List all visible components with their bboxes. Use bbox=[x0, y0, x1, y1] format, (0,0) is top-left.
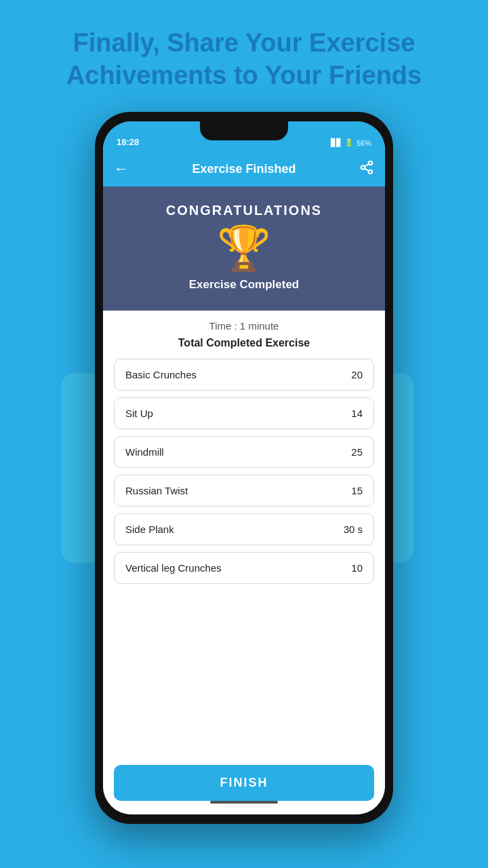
exercise-name: Sit Up bbox=[125, 408, 153, 419]
phone-screen: 18:28 ▊▊ 🔋 56% ← Exercise Finished bbox=[103, 121, 385, 814]
battery-icon: 🔋 bbox=[344, 138, 354, 147]
app-bar-title: Exercise Finished bbox=[136, 162, 352, 176]
exercise-count: 14 bbox=[351, 408, 363, 419]
exercise-completed-label: Exercise Completed bbox=[189, 278, 300, 292]
exercise-name: Russian Twist bbox=[125, 485, 188, 496]
content-area: CONGRATULATIONS 🏆 Exercise Completed Tim… bbox=[103, 186, 385, 814]
svg-line-4 bbox=[365, 163, 369, 166]
exercise-list: Basic Crunches20Sit Up14Windmill25Russia… bbox=[114, 359, 374, 754]
share-button[interactable] bbox=[352, 160, 374, 178]
exercise-item: Windmill25 bbox=[114, 436, 374, 468]
phone-home-bar bbox=[210, 801, 278, 804]
app-bar: ← Exercise Finished bbox=[103, 151, 385, 186]
finish-button[interactable]: FINISH bbox=[114, 765, 374, 801]
total-completed-label: Total Completed Exercise bbox=[114, 337, 374, 349]
phone-notch bbox=[200, 121, 288, 140]
trophy-icon: 🏆 bbox=[217, 226, 271, 270]
congrats-header: CONGRATULATIONS 🏆 Exercise Completed bbox=[103, 186, 385, 311]
exercise-count: 30 s bbox=[344, 524, 363, 535]
phone-outer: 18:28 ▊▊ 🔋 56% ← Exercise Finished bbox=[95, 112, 393, 824]
status-time: 18:28 bbox=[117, 137, 139, 147]
exercise-name: Vertical leg Crunches bbox=[125, 562, 222, 574]
battery-percent: 56% bbox=[357, 139, 371, 147]
back-button[interactable]: ← bbox=[114, 160, 136, 178]
status-icons: ▊▊ 🔋 56% bbox=[331, 138, 371, 147]
time-label: Time : 1 minute bbox=[114, 311, 374, 337]
white-content: Time : 1 minute Total Completed Exercise… bbox=[103, 311, 385, 814]
exercise-item: Basic Crunches20 bbox=[114, 359, 374, 391]
exercise-name: Windmill bbox=[125, 446, 164, 458]
svg-line-3 bbox=[365, 168, 369, 171]
exercise-item: Russian Twist15 bbox=[114, 475, 374, 507]
phone-mockup: 18:28 ▊▊ 🔋 56% ← Exercise Finished bbox=[95, 112, 393, 824]
exercise-count: 25 bbox=[351, 446, 363, 458]
exercise-item: Sit Up14 bbox=[114, 397, 374, 429]
exercise-item: Vertical leg Crunches10 bbox=[114, 552, 374, 584]
page-title: Finally, Share Your Exercise Achivements… bbox=[39, 27, 449, 92]
exercise-count: 10 bbox=[351, 562, 363, 574]
exercise-count: 20 bbox=[351, 369, 363, 380]
exercise-name: Basic Crunches bbox=[125, 369, 197, 380]
congrats-label: CONGRATULATIONS bbox=[166, 203, 322, 218]
exercise-count: 15 bbox=[351, 485, 363, 496]
exercise-name: Side Plank bbox=[125, 524, 174, 535]
exercise-item: Side Plank30 s bbox=[114, 513, 374, 545]
signal-icon: ▊▊ bbox=[331, 138, 342, 147]
